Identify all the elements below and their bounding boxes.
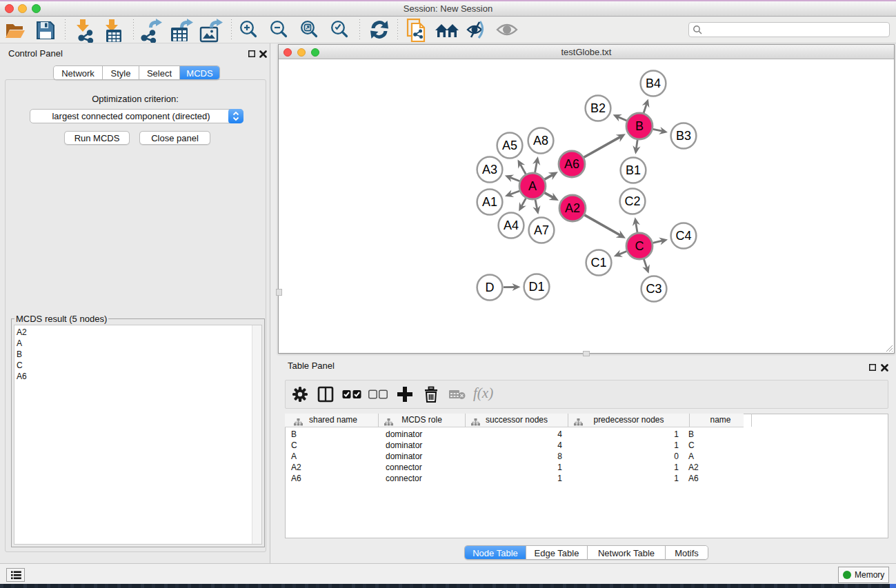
svg-text:C3: C3 xyxy=(646,282,661,296)
svg-text:D1: D1 xyxy=(528,280,544,294)
svg-text:A: A xyxy=(528,179,537,193)
svg-text:B2: B2 xyxy=(590,101,606,115)
svg-text:C1: C1 xyxy=(590,256,606,270)
svg-text:B3: B3 xyxy=(676,129,691,143)
svg-text:A1: A1 xyxy=(482,195,497,209)
svg-text:B: B xyxy=(635,119,644,133)
svg-text:C: C xyxy=(635,239,644,253)
svg-text:C2: C2 xyxy=(624,194,640,208)
svg-text:C4: C4 xyxy=(675,229,691,243)
svg-text:A8: A8 xyxy=(533,134,548,148)
svg-text:A7: A7 xyxy=(534,223,549,237)
svg-text:A2: A2 xyxy=(565,201,580,215)
svg-text:A6: A6 xyxy=(564,157,579,171)
svg-text:A5: A5 xyxy=(502,139,517,152)
svg-text:B1: B1 xyxy=(626,163,641,177)
svg-text:D: D xyxy=(486,281,495,294)
svg-text:B4: B4 xyxy=(646,77,661,90)
svg-text:A4: A4 xyxy=(504,219,519,232)
svg-text:A3: A3 xyxy=(482,163,497,176)
